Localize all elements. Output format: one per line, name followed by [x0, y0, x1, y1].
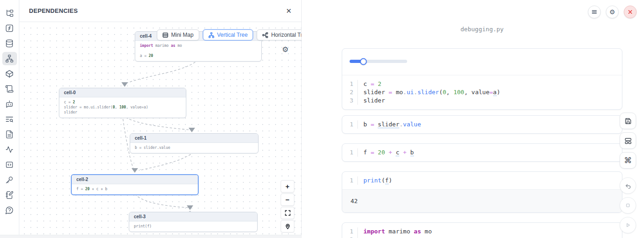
node-title: cell-0: [59, 88, 186, 97]
sidebar-item-scratchpad[interactable]: [2, 188, 17, 202]
zoom-out-button[interactable]: −: [281, 193, 294, 206]
notebook-filename[interactable]: debugging.py: [342, 26, 622, 33]
node-title: cell-2: [72, 175, 198, 184]
graph-settings-gear-icon[interactable]: ⚙: [282, 45, 288, 54]
dependency-graph-icon: [5, 54, 14, 63]
vertical-tree-icon: [208, 32, 214, 38]
database-icon: [5, 39, 14, 48]
file-tree-icon: [5, 9, 14, 17]
top-action-buttons: ⚙: [588, 6, 637, 18]
code-editor-area[interactable]: 1 print(f): [342, 172, 622, 189]
list-search-icon: [5, 115, 14, 124]
notebook-pen-icon: [5, 191, 14, 199]
line-numbers: 1: [342, 148, 358, 157]
marimo-app: DEPENDENCIES ✕: [0, 0, 644, 238]
panel-title: DEPENDENCIES: [29, 7, 78, 14]
code-content[interactable]: c = 2slider = mo.ui.slider(0, 100, value…: [358, 80, 500, 105]
document-icon: [5, 130, 14, 139]
sidebar-item-snippets[interactable]: [2, 158, 17, 171]
cell-f[interactable]: 1 f = 20 + c + b: [342, 143, 622, 162]
fit-view-button[interactable]: [281, 207, 294, 219]
close-panel-icon[interactable]: ✕: [286, 7, 292, 14]
hamburger-menu-icon: [591, 9, 598, 15]
locate-button[interactable]: [281, 220, 294, 232]
vertical-tree-label: Vertical Tree: [217, 32, 248, 38]
cells-column: 123 c = 2slider = mo.ui.slider(0, 100, v…: [342, 48, 622, 238]
dependency-graph-canvas[interactable]: cell-4 import marimo as mo a = 20 cell-0…: [19, 22, 301, 235]
sidebar-item-secrets[interactable]: [2, 173, 17, 187]
code-snippets-icon: [5, 160, 14, 169]
sidebar-item-dependency-graph[interactable]: [2, 52, 17, 65]
cell-print[interactable]: 1 print(f) 42: [342, 171, 622, 213]
sidebar-item-list-search[interactable]: [2, 113, 17, 126]
code-editor-area[interactable]: 1 b = slider.value: [342, 116, 622, 133]
activity-sidebar: [0, 0, 19, 238]
graph-view-toolbar: Mini Map Vertical Tree Horizontal Tree: [157, 29, 301, 40]
cell-slider[interactable]: 123 c = 2slider = mo.ui.slider(0, 100, v…: [342, 48, 622, 110]
shutdown-button[interactable]: [624, 6, 637, 18]
sidebar-item-function[interactable]: [2, 22, 17, 35]
node-title: cell-1: [130, 134, 258, 143]
slider-widget[interactable]: [350, 60, 407, 63]
cell-b[interactable]: 1 b = slider.value: [342, 115, 622, 134]
command-palette-button[interactable]: ⌘: [620, 152, 636, 169]
code-content[interactable]: print(f): [358, 176, 392, 185]
command-icon: ⌘: [624, 156, 632, 165]
cell-output: 42: [342, 189, 622, 212]
gear-icon: ⚙: [610, 8, 615, 16]
graph-node-cell-2[interactable]: cell-2 f = 20 + c + b: [71, 174, 199, 195]
slider-thumb[interactable]: [360, 58, 367, 65]
code-editor-area[interactable]: 12 import marimo as mo: [342, 223, 622, 238]
minimap-button[interactable]: Mini Map: [157, 29, 199, 40]
locate-pin-icon: [285, 223, 291, 229]
scroll-icon: [5, 85, 14, 93]
vertical-tree-button[interactable]: Vertical Tree: [203, 29, 253, 40]
right-control-rail: ⌘: [620, 113, 636, 237]
sidebar-item-help[interactable]: [2, 204, 17, 217]
play-icon: [624, 221, 632, 229]
sidebar-item-database[interactable]: [2, 37, 17, 50]
sidebar-item-chat[interactable]: [2, 97, 17, 111]
sidebar-item-activity[interactable]: [2, 143, 17, 156]
undo-icon: [624, 182, 632, 189]
sidebar-item-scroll[interactable]: [2, 82, 17, 96]
horizontal-tree-icon: [262, 32, 268, 38]
code-editor-area[interactable]: 1 f = 20 + c + b: [342, 144, 622, 161]
node-code: c = 2slider = mo.ui.slider(0, 100, value…: [59, 97, 186, 118]
help-bubble-icon: [5, 206, 14, 215]
code-content[interactable]: import marimo as mo: [358, 227, 432, 238]
save-button[interactable]: [620, 113, 636, 129]
graph-node-cell-3[interactable]: cell-3 print(f): [129, 212, 258, 232]
save-icon: [624, 117, 632, 125]
node-code: f = 20 + c + b: [72, 184, 198, 194]
code-content[interactable]: f = 20 + c + b: [358, 148, 414, 157]
stop-button[interactable]: [620, 197, 636, 214]
dependencies-panel-header: DEPENDENCIES ✕: [19, 0, 301, 22]
undo-button[interactable]: [620, 177, 636, 194]
sidebar-item-package[interactable]: [2, 67, 17, 80]
notebook-editor: ⚙ debugging.py 123 c = 2slider = mo.ui.s…: [302, 0, 644, 238]
graph-node-cell-1[interactable]: cell-1 b = slider.value: [130, 133, 259, 153]
close-x-icon: [627, 9, 633, 15]
horizontal-tree-label: Horizontal Tree: [271, 32, 301, 38]
sidebar-item-file-tree[interactable]: [2, 6, 17, 20]
package-icon: [5, 69, 14, 78]
horizontal-scrollbar[interactable]: [0, 235, 302, 238]
sidebar-item-document[interactable]: [2, 128, 17, 141]
code-content[interactable]: b = slider.value: [358, 120, 421, 129]
cell-import[interactable]: 12 import marimo as mo: [342, 222, 622, 238]
line-numbers: 1: [342, 120, 358, 129]
code-editor-area[interactable]: 123 c = 2slider = mo.ui.slider(0, 100, v…: [342, 75, 622, 109]
dependencies-panel: DEPENDENCIES ✕: [19, 0, 302, 238]
activity-icon: [5, 145, 14, 154]
horizontal-tree-button[interactable]: Horizontal Tree: [257, 29, 301, 40]
fit-view-icon: [285, 210, 291, 216]
zoom-in-button[interactable]: +: [281, 180, 294, 193]
menu-button[interactable]: [588, 6, 601, 18]
layout-button[interactable]: [620, 132, 636, 149]
node-code: b = slider.value: [130, 143, 258, 153]
settings-button[interactable]: ⚙: [606, 6, 619, 18]
graph-node-cell-0[interactable]: cell-0 c = 2slider = mo.ui.slider(0, 100…: [59, 88, 186, 118]
minimap-label: Mini Map: [171, 32, 194, 38]
run-button[interactable]: [620, 217, 636, 233]
